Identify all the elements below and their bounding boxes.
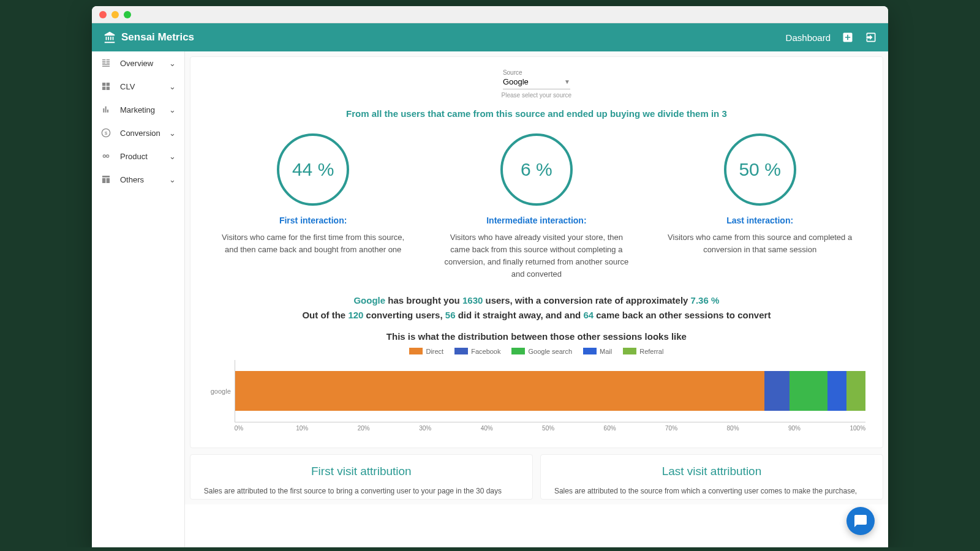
x-tick: 40% xyxy=(481,425,542,432)
intermediate-interaction-desc: Visitors who have already visited your s… xyxy=(440,231,634,281)
sidebar-item-overview[interactable]: Overview ⌄ xyxy=(92,51,184,75)
last-interaction-circle: 50 % xyxy=(724,133,796,206)
x-tick: 30% xyxy=(419,425,480,432)
summary-users: 1630 xyxy=(462,295,483,305)
legend-item[interactable]: Referral xyxy=(623,348,663,355)
bar-segment-direct xyxy=(235,371,765,411)
dollar-icon: $ xyxy=(100,127,111,138)
chevron-down-icon: ⌄ xyxy=(169,175,176,184)
last-interaction-desc: Visitors who came from this source and c… xyxy=(663,231,857,256)
intermediate-interaction-circle: 6 % xyxy=(500,133,573,206)
chevron-down-icon: ⌄ xyxy=(169,105,176,114)
window-close-dot[interactable] xyxy=(99,11,107,18)
link-icon xyxy=(100,151,111,162)
summary-converting: 120 xyxy=(348,310,363,320)
first-interaction-col: 44 % First interaction: Visitors who cam… xyxy=(208,133,419,281)
chevron-down-icon: ⌄ xyxy=(169,59,176,68)
add-widget-icon[interactable] xyxy=(842,31,854,43)
chart-y-label: google xyxy=(208,388,235,395)
sidebar-item-label: Others xyxy=(120,175,144,184)
sidebar-item-label: Marketing xyxy=(120,105,155,114)
first-visit-title: First visit attribution xyxy=(204,465,519,478)
sidebar: Overview ⌄ CLV ⌄ Marketing ⌄ $ Conversio… xyxy=(92,51,185,547)
last-visit-card: Last visit attribution Sales are attribu… xyxy=(540,454,883,500)
window-min-dot[interactable] xyxy=(111,11,119,18)
sidebar-item-conversion[interactable]: $ Conversion ⌄ xyxy=(92,121,184,144)
summary-source: Google xyxy=(353,295,385,305)
x-tick: 50% xyxy=(542,425,603,432)
grid-icon xyxy=(100,81,111,92)
logout-icon[interactable] xyxy=(865,31,877,43)
legend-item[interactable]: Direct xyxy=(409,348,443,355)
distribution-title: This is what the distribution between th… xyxy=(208,331,865,342)
sidebar-item-others[interactable]: Others ⌄ xyxy=(92,168,184,191)
chat-fab[interactable] xyxy=(846,507,875,535)
topbar: Sensai Metrics Dashboard xyxy=(92,23,888,51)
first-interaction-pct: 44 % xyxy=(292,159,334,180)
interaction-circles: 44 % First interaction: Visitors who cam… xyxy=(208,133,865,281)
sidebar-item-label: Conversion xyxy=(120,129,160,138)
svg-rect-2 xyxy=(102,87,105,90)
intermediate-interaction-pct: 6 % xyxy=(521,159,552,180)
legend-item[interactable]: Mail xyxy=(583,348,612,355)
bar-segment-mail xyxy=(827,371,846,411)
x-tick: 70% xyxy=(665,425,726,432)
x-tick: 0% xyxy=(235,425,296,432)
chevron-down-icon: ⌄ xyxy=(169,152,176,161)
summary-straight: 56 xyxy=(445,310,456,320)
source-value: Google xyxy=(503,77,529,86)
brand-icon xyxy=(103,31,116,44)
source-label: Source xyxy=(503,69,570,76)
x-tick: 20% xyxy=(358,425,419,432)
chart-legend: DirectFacebookGoogle searchMailReferral xyxy=(208,348,865,355)
window-titlebar xyxy=(92,6,888,23)
stacked-bar-chart: google xyxy=(208,360,865,422)
window-max-dot[interactable] xyxy=(124,11,131,18)
sidebar-item-label: Product xyxy=(120,152,148,161)
sidebar-item-product[interactable]: Product ⌄ xyxy=(92,144,184,168)
first-interaction-title: First interaction: xyxy=(216,216,410,225)
brand[interactable]: Sensai Metrics xyxy=(103,31,194,44)
sidebar-item-label: CLV xyxy=(120,82,135,91)
lead-text: From all the users that came from this s… xyxy=(208,108,865,119)
chevron-down-icon: ⌄ xyxy=(169,129,176,138)
svg-rect-3 xyxy=(107,87,110,90)
svg-point-7 xyxy=(107,155,109,157)
dashboard-icon xyxy=(100,58,111,69)
source-select[interactable]: Google ▼ xyxy=(503,76,570,89)
x-tick: 80% xyxy=(727,425,788,432)
bar-segment-referral xyxy=(846,371,865,411)
svg-rect-0 xyxy=(102,83,105,86)
first-visit-card: First visit attribution Sales are attrib… xyxy=(190,454,533,500)
legend-item[interactable]: Google search xyxy=(511,348,572,355)
chart-x-axis: 0%10%20%30%40%50%60%70%80%90%100% xyxy=(235,425,865,432)
summary-text: Google has brought you 1630 users, with … xyxy=(208,293,865,323)
nav-dashboard[interactable]: Dashboard xyxy=(786,32,831,43)
last-interaction-title: Last interaction: xyxy=(663,216,857,225)
intermediate-interaction-col: 6 % Intermediate interaction: Visitors w… xyxy=(431,133,643,281)
last-visit-body: Sales are attributed to the source from … xyxy=(554,485,869,497)
intermediate-interaction-title: Intermediate interaction: xyxy=(440,216,634,225)
legend-item[interactable]: Facebook xyxy=(454,348,500,355)
chat-icon xyxy=(853,514,868,528)
chevron-down-icon: ⌄ xyxy=(169,82,176,91)
last-visit-title: Last visit attribution xyxy=(554,465,869,478)
svg-point-6 xyxy=(103,155,105,157)
x-tick: 10% xyxy=(296,425,357,432)
summary-returned: 64 xyxy=(583,310,594,320)
summary-rate: 7.36 % xyxy=(691,295,720,305)
sidebar-item-clv[interactable]: CLV ⌄ xyxy=(92,75,184,98)
chart-icon xyxy=(100,104,111,115)
brand-text: Sensai Metrics xyxy=(121,31,194,43)
bar-segment-facebook xyxy=(764,371,790,411)
last-interaction-col: 50 % Last interaction: Visitors who came… xyxy=(654,133,865,281)
last-interaction-pct: 50 % xyxy=(739,159,780,180)
first-visit-body: Sales are attributed to the first source… xyxy=(204,485,519,497)
sidebar-item-marketing[interactable]: Marketing ⌄ xyxy=(92,98,184,121)
bar-segment-google-search xyxy=(790,371,827,411)
first-interaction-circle: 44 % xyxy=(277,133,349,206)
chart-plot-area xyxy=(235,360,865,422)
attribution-card: Source Google ▼ Please select your sourc… xyxy=(190,56,883,448)
sidebar-item-label: Overview xyxy=(120,59,153,68)
table-icon xyxy=(100,174,111,185)
